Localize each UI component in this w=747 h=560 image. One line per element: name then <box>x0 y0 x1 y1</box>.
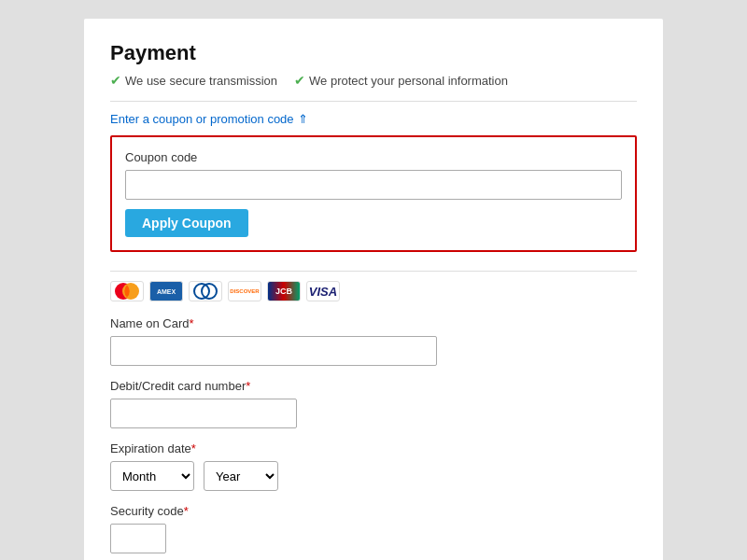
mastercard-icon <box>110 281 144 301</box>
security-required-star: * <box>184 504 189 518</box>
check-icon-1: ✔ <box>110 73 121 88</box>
card-number-required-star: * <box>246 379 250 393</box>
name-on-card-label: Name on Card* <box>110 316 637 330</box>
check-icon-2: ✔ <box>294 73 305 88</box>
top-divider <box>110 101 637 102</box>
name-on-card-field: Name on Card* <box>110 316 637 366</box>
card-number-field: Debit/Credit card number* <box>110 379 637 428</box>
jcb-icon: JCB <box>267 281 301 301</box>
coupon-label: Coupon code <box>125 150 622 164</box>
coupon-link[interactable]: Enter a coupon or promotion code ⇑ <box>110 112 308 126</box>
card-icons-row: AMEX DISCOVER JCB VISA <box>110 281 637 301</box>
security-badges: ✔ We use secure transmission ✔ We protec… <box>110 73 637 88</box>
payment-card: Payment ✔ We use secure transmission ✔ W… <box>84 19 663 560</box>
visa-icon: VISA <box>306 281 340 301</box>
expiry-field: Expiration date* Month 01 - January 02 -… <box>110 441 637 491</box>
coupon-input[interactable] <box>125 170 622 200</box>
expiry-required-star: * <box>191 441 196 455</box>
middle-divider <box>110 271 637 272</box>
name-on-card-input[interactable] <box>110 336 437 366</box>
month-select[interactable]: Month 01 - January 02 - February 03 - Ma… <box>110 461 194 491</box>
diners-icon <box>189 281 222 301</box>
coupon-arrow-icon: ⇑ <box>298 112 308 126</box>
page-title: Payment <box>110 41 637 65</box>
security-code-label: Security code* <box>110 504 637 518</box>
security-badge-1: ✔ We use secure transmission <box>110 73 277 88</box>
coupon-link-text: Enter a coupon or promotion code <box>110 112 294 126</box>
card-number-label: Debit/Credit card number* <box>110 379 637 393</box>
expiry-label: Expiration date* <box>110 441 637 455</box>
security-badge-2: ✔ We protect your personal information <box>294 73 508 88</box>
amex-icon: AMEX <box>149 281 183 301</box>
discover-icon: DISCOVER <box>228 281 261 301</box>
security-badge-2-text: We protect your personal information <box>309 74 508 88</box>
security-code-field: Security code* <box>110 504 637 553</box>
expiry-row: Month 01 - January 02 - February 03 - Ma… <box>110 461 637 491</box>
coupon-box: Coupon code Apply Coupon <box>110 135 637 252</box>
card-number-input[interactable] <box>110 399 297 428</box>
security-code-input[interactable] <box>110 524 166 553</box>
name-required-star: * <box>190 316 194 330</box>
apply-coupon-button[interactable]: Apply Coupon <box>125 209 248 237</box>
year-select[interactable]: Year 2024 2025 2026 2027 2028 2029 2030 <box>204 461 278 491</box>
security-badge-1-text: We use secure transmission <box>125 74 277 88</box>
